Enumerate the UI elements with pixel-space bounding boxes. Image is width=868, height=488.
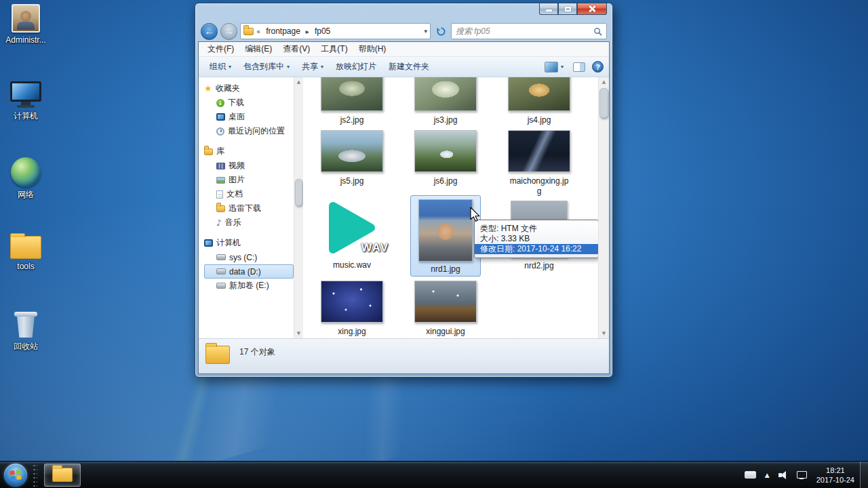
breadcrumb-item-frontpage[interactable]: frontpage	[263, 26, 303, 37]
breadcrumb-overflow-icon[interactable]: «	[256, 28, 260, 35]
folder-icon	[243, 28, 254, 35]
new-folder-button[interactable]: 新建文件夹	[383, 58, 435, 75]
menu-tools[interactable]: 工具(T)	[316, 42, 352, 56]
item-label: 最近访问的位置	[228, 125, 285, 137]
scrollbar-thumb[interactable]	[599, 88, 608, 118]
tray-expand-icon[interactable]: ▲	[765, 472, 770, 479]
desktop-icon-administrator[interactable]: Administr...	[0, 4, 52, 45]
change-view-button[interactable]: ▾	[542, 60, 566, 75]
sidebar-item-videos[interactable]: 视频	[204, 159, 294, 173]
desktop-icon-network[interactable]: 网络	[0, 157, 52, 199]
sidebar-item-drive-d[interactable]: data (D:)	[204, 264, 294, 279]
title-bar[interactable]	[198, 3, 610, 21]
taskbar-clock[interactable]: 18:21 2017-10-24	[816, 466, 854, 485]
share-button[interactable]: 共享 ▾	[296, 58, 329, 75]
chevron-down-icon: ▾	[321, 64, 323, 70]
preview-pane-icon[interactable]	[573, 62, 585, 72]
user-picture-icon	[12, 4, 40, 33]
navigation-scrollbar[interactable]: ▲ ▼	[294, 77, 303, 338]
search-box[interactable]	[451, 23, 607, 39]
file-nrd1-selected[interactable]: nrd1.jpg	[410, 195, 481, 277]
sidebar-item-favorites[interactable]: ★ 收藏夹	[204, 81, 294, 96]
sidebar-item-downloads[interactable]: ↓ 下载	[204, 96, 294, 110]
forward-button[interactable]: →	[220, 23, 237, 40]
sidebar-item-pictures[interactable]: 图片	[204, 173, 294, 187]
bin-cup	[16, 314, 36, 338]
item-label: data (D:)	[229, 267, 261, 277]
thumbnail-maichongxing	[508, 130, 570, 172]
new-folder-label: 新建文件夹	[389, 61, 429, 73]
sidebar-item-drive-e[interactable]: 新加卷 (E:)	[204, 279, 294, 293]
network-icon[interactable]	[797, 471, 807, 479]
menu-bar: 文件(F) 编辑(E) 查看(V) 工具(T) 帮助(H)	[199, 42, 609, 57]
input-indicator-icon[interactable]	[745, 471, 756, 479]
file-label: music.wav	[311, 260, 393, 270]
sidebar-item-libraries[interactable]: 库	[204, 144, 294, 159]
scrollbar-thumb[interactable]	[295, 179, 302, 206]
menu-view[interactable]: 查看(V)	[278, 42, 315, 56]
start-button[interactable]	[4, 464, 27, 487]
volume-icon[interactable]	[778, 471, 788, 479]
item-label: 下载	[228, 97, 244, 108]
taskbar: ▲ 18:21 2017-10-24	[0, 461, 868, 488]
show-desktop-button[interactable]	[860, 462, 868, 488]
desktop-icon-label: 回收站	[0, 342, 52, 351]
file-music-wav[interactable]: WAV music.wav	[311, 199, 393, 270]
explorer-window: ← → « frontpage ▸ fp05 ▾	[195, 3, 613, 378]
sidebar-item-music[interactable]: ♪ 音乐	[204, 216, 294, 230]
organize-label: 组织	[210, 61, 226, 73]
sidebar-item-recent-places[interactable]: 最近访问的位置	[204, 124, 294, 138]
content-scrollbar[interactable]: ▲ ▼	[598, 77, 609, 338]
menu-edit[interactable]: 编辑(E)	[240, 42, 277, 56]
system-tray: ▲	[745, 471, 807, 479]
help-icon[interactable]: ?	[592, 61, 604, 73]
folder-icon	[216, 205, 225, 212]
taskbar-explorer-button[interactable]	[44, 464, 81, 487]
bin-lid	[14, 312, 37, 317]
chevron-down-icon: ▾	[229, 64, 231, 70]
search-icon[interactable]	[593, 27, 602, 36]
close-button[interactable]	[577, 3, 607, 15]
breadcrumb-dropdown-icon[interactable]: ▾	[424, 28, 427, 35]
sidebar-item-thunder-downloads[interactable]: 迅雷下载	[204, 201, 294, 216]
search-input[interactable]	[456, 26, 593, 36]
menu-help[interactable]: 帮助(H)	[354, 42, 391, 56]
desktop-icon-computer[interactable]: 计算机	[0, 81, 52, 121]
organize-button[interactable]: 组织 ▾	[204, 58, 237, 75]
file-js3[interactable]: js3.jpg	[405, 77, 486, 125]
breadcrumb[interactable]: « frontpage ▸ fp05 ▾	[240, 23, 431, 39]
file-js4[interactable]: js4.jpg	[498, 77, 580, 125]
menu-file[interactable]: 文件(F)	[203, 42, 239, 56]
file-js2[interactable]: js2.jpg	[311, 77, 393, 125]
item-label: 桌面	[229, 111, 245, 123]
include-in-library-button[interactable]: 包含到库中 ▾	[238, 58, 295, 75]
file-maichongxing[interactable]: maichongxing.jpg	[498, 130, 580, 197]
breadcrumb-item-fp05[interactable]: fp05	[312, 26, 333, 37]
chevron-down-icon: ▾	[561, 64, 564, 70]
minimize-button[interactable]	[539, 3, 558, 15]
navigation-pane: ★ 收藏夹 ↓ 下载 桌面 最近访问的位置	[199, 77, 294, 338]
scroll-down-icon[interactable]: ▼	[294, 329, 303, 338]
sidebar-item-computer[interactable]: 计算机	[204, 236, 294, 250]
forward-arrow-icon: →	[224, 26, 234, 37]
sidebar-item-documents[interactable]: 文档	[204, 187, 294, 201]
sidebar-item-desktop[interactable]: 桌面	[204, 110, 294, 124]
refresh-button[interactable]	[433, 23, 448, 39]
file-label: js4.jpg	[498, 115, 580, 125]
scroll-up-icon[interactable]: ▲	[294, 77, 303, 87]
clock-date: 2017-10-24	[816, 475, 854, 485]
file-js6[interactable]: js6.jpg	[405, 130, 486, 186]
maximize-button[interactable]	[558, 3, 577, 15]
desktop-icon-tools[interactable]: tools	[0, 236, 52, 271]
sidebar-item-drive-c[interactable]: sys (C:)	[204, 250, 294, 264]
file-list[interactable]: js2.jpg js3.jpg js4.jpg js5.jpg	[303, 77, 598, 338]
scroll-down-icon[interactable]: ▼	[599, 329, 609, 338]
file-js5[interactable]: js5.jpg	[311, 130, 393, 186]
explorer-folder-icon	[52, 468, 73, 482]
slideshow-button[interactable]: 放映幻灯片	[330, 58, 382, 75]
back-button[interactable]: ←	[201, 23, 218, 40]
desktop-icon-recycle-bin[interactable]: 回收站	[0, 309, 52, 351]
file-xing[interactable]: xing.jpg	[311, 281, 393, 337]
file-xinggui[interactable]: xinggui.jpg	[405, 281, 486, 337]
scroll-up-icon[interactable]: ▲	[599, 77, 609, 87]
